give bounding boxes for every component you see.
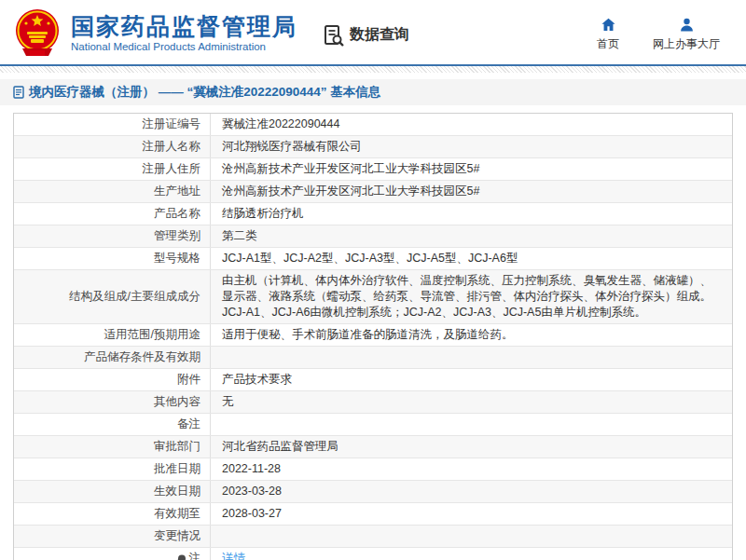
document-icon: [13, 86, 24, 99]
site-header: 国家药品监督管理局 National Medical Products Admi…: [0, 0, 746, 66]
note-icon: [177, 554, 186, 560]
row-label-text: 注册人名称: [143, 139, 201, 155]
table-row: 生效日期2023-03-28: [14, 480, 732, 502]
row-value: 河北省药品监督管理局: [211, 436, 732, 458]
row-value: 结肠透析治疗机: [211, 203, 732, 225]
row-label-text: 有效期至: [154, 506, 200, 522]
home-icon: [601, 17, 616, 33]
row-label: 产品储存条件及有效期: [14, 347, 211, 368]
table-row: 注册证编号冀械注准20222090444: [14, 114, 732, 135]
row-label-text: 生产地址: [154, 184, 200, 199]
info-table: 注册证编号冀械注准20222090444注册人名称河北翔锐医疗器械有限公司注册人…: [13, 113, 733, 560]
site-subtitle: National Medical Products Administration: [71, 41, 297, 52]
table-row: 管理类别第二类: [14, 225, 732, 247]
row-value: [211, 526, 732, 547]
row-label: 附件: [14, 369, 211, 390]
decorative-hatch-strip: [0, 66, 746, 73]
row-label: 管理类别: [14, 225, 211, 247]
page-title-bar: 境内医疗器械（注册） —— “冀械注准20222090444” 基本信息: [0, 79, 746, 105]
row-label-text: 注册人住所: [143, 161, 201, 177]
row-value: JCJ-A1型、JCJ-A2型、JCJ-A3型、JCJ-A5型、JCJ-A6型: [211, 248, 732, 269]
row-value: 沧州高新技术产业开发区河北工业大学科技园区5#: [211, 158, 732, 180]
row-label: 产品名称: [14, 203, 211, 225]
table-row: 有效期至2028-03-27: [14, 502, 732, 525]
row-label-text: 生效日期: [154, 484, 200, 499]
nav-service-hall-label: 网上办事大厅: [653, 36, 720, 52]
nav-service-hall[interactable]: 网上办事大厅: [653, 17, 720, 52]
row-label: 结构及组成/主要组成成分: [14, 270, 211, 323]
row-label: 备注: [14, 414, 211, 435]
row-label-text: 审批部门: [154, 439, 200, 455]
row-value: 由主机（计算机、体内体外治疗软件、温度控制系统、压力控制系统、臭氧发生器、储液罐…: [211, 270, 732, 323]
row-value: 2028-03-27: [211, 503, 732, 525]
row-value: 2023-03-28: [211, 481, 732, 502]
site-title: 国家药品监督管理局: [71, 13, 297, 39]
row-label: 型号规格: [14, 248, 211, 269]
row-value: 第二类: [211, 225, 732, 247]
row-label-text: 注: [189, 551, 201, 560]
row-value: 无: [211, 391, 732, 413]
row-label-text: 型号规格: [154, 251, 200, 266]
table-row: 审批部门河北省药品监督管理局: [14, 435, 732, 458]
table-row: 生产地址沧州高新技术产业开发区河北工业大学科技园区5#: [14, 180, 732, 202]
row-label: 注册证编号: [14, 114, 211, 135]
table-row: 其他内容无: [14, 390, 732, 413]
row-value: 适用于便秘、手术前肠道准备的肠道清洗，及肠道给药。: [211, 324, 732, 346]
table-row: 备注: [14, 413, 732, 435]
table-row: 产品储存条件及有效期: [14, 346, 732, 368]
row-label-text: 管理类别: [154, 228, 200, 244]
row-label-text: 附件: [177, 372, 200, 388]
document-search-icon: [324, 24, 344, 47]
row-label: 注册人住所: [14, 158, 211, 180]
table-row: 注详情: [14, 547, 732, 560]
row-label-text: 其他内容: [154, 394, 200, 410]
row-label: 有效期至: [14, 503, 211, 525]
row-label: 批准日期: [14, 458, 211, 480]
row-value: [211, 414, 732, 435]
row-label-text: 产品储存条件及有效期: [84, 349, 200, 365]
row-value: 2022-11-28: [211, 458, 732, 480]
nav-home-label: 首页: [597, 36, 619, 52]
row-label: 其他内容: [14, 391, 211, 413]
row-label-text: 适用范围/预期用途: [104, 327, 200, 343]
row-value: [211, 347, 732, 368]
table-row: 批准日期2022-11-28: [14, 458, 732, 480]
row-label: 注册人名称: [14, 136, 211, 157]
row-label: 注: [14, 548, 211, 560]
row-value: 沧州高新技术产业开发区河北工业大学科技园区5#: [211, 181, 732, 202]
row-label-text: 备注: [177, 417, 200, 432]
data-query-label: 数据查询: [350, 25, 409, 45]
row-label: 适用范围/预期用途: [14, 324, 211, 346]
table-row: 变更情况: [14, 525, 732, 547]
row-label-text: 注册证编号: [143, 116, 201, 132]
site-brand: 国家药品监督管理局 National Medical Products Admi…: [71, 13, 297, 52]
national-emblem-icon: [13, 7, 62, 60]
table-row: 型号规格JCJ-A1型、JCJ-A2型、JCJ-A3型、JCJ-A5型、JCJ-…: [14, 247, 732, 269]
user-icon: [679, 17, 695, 33]
table-row: 适用范围/预期用途适用于便秘、手术前肠道准备的肠道清洗，及肠道给药。: [14, 323, 732, 346]
row-label-text: 产品名称: [154, 206, 200, 222]
row-value: 河北翔锐医疗器械有限公司: [211, 136, 732, 157]
table-row: 产品名称结肠透析治疗机: [14, 202, 732, 225]
table-row: 注册人名称河北翔锐医疗器械有限公司: [14, 135, 732, 157]
row-label: 变更情况: [14, 526, 211, 547]
table-row: 注册人住所沧州高新技术产业开发区河北工业大学科技园区5#: [14, 157, 732, 180]
row-label: 生产地址: [14, 181, 211, 202]
table-row: 附件产品技术要求: [14, 368, 732, 390]
row-value: 冀械注准20222090444: [211, 114, 732, 135]
row-label-text: 结构及组成/主要组成成分: [69, 289, 200, 305]
data-query-section[interactable]: 数据查询: [324, 24, 409, 47]
row-value: 产品技术要求: [211, 369, 732, 390]
nav-home[interactable]: 首页: [587, 17, 629, 52]
page-title: 境内医疗器械（注册） —— “冀械注准20222090444” 基本信息: [29, 84, 380, 101]
row-label: 审批部门: [14, 436, 211, 458]
detail-link[interactable]: 详情: [222, 551, 245, 560]
row-label: 生效日期: [14, 481, 211, 502]
row-label-text: 批准日期: [154, 461, 200, 477]
header-nav: 首页 网上办事大厅: [587, 17, 720, 52]
row-label-text: 变更情况: [154, 528, 200, 544]
row-value: 详情: [211, 548, 732, 560]
table-row: 结构及组成/主要组成成分由主机（计算机、体内体外治疗软件、温度控制系统、压力控制…: [14, 269, 732, 323]
